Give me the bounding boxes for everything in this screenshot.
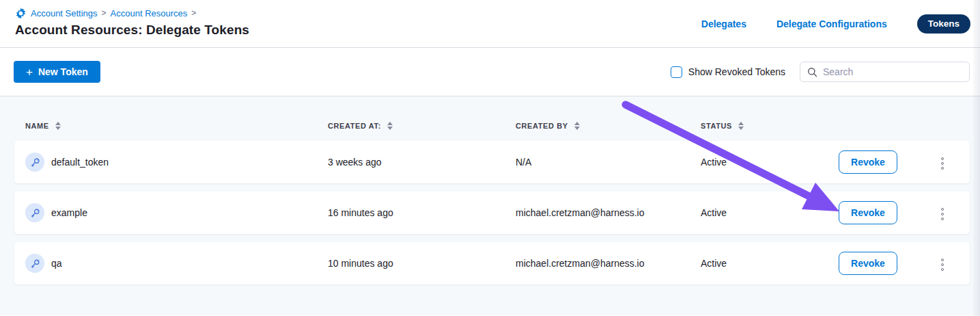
table-row[interactable]: example 16 minutes ago michael.cretzman@… (14, 192, 970, 234)
token-key-icon (25, 153, 44, 172)
table-row[interactable]: default_token 3 weeks ago N/A Active Rev… (14, 141, 970, 183)
nav-delegates[interactable]: Delegates (701, 18, 746, 29)
search-icon (807, 67, 817, 77)
token-created-at: 10 minutes ago (328, 258, 516, 269)
kebab-menu-icon[interactable] (937, 153, 948, 174)
tokens-table: NAME CREATED AT: CREATED BY STATUS (0, 96, 980, 315)
token-key-icon (25, 254, 44, 273)
token-rows: default_token 3 weeks ago N/A Active Rev… (14, 141, 980, 285)
revoke-button[interactable]: Revoke (839, 201, 897, 224)
sort-icon (55, 122, 61, 130)
show-revoked-checkbox[interactable] (671, 66, 682, 78)
toolbar-right: Show Revoked Tokens (671, 62, 970, 82)
search-box (800, 62, 970, 82)
show-revoked-group: Show Revoked Tokens (671, 66, 785, 78)
token-created-by: michael.cretzman@harness.io (516, 258, 701, 269)
sort-icon (387, 122, 393, 130)
kebab-menu-icon[interactable] (937, 204, 948, 224)
show-revoked-label: Show Revoked Tokens (688, 66, 785, 77)
plus-icon: + (26, 66, 33, 78)
gear-icon (15, 8, 27, 19)
toolbar: + New Token Show Revoked Tokens (0, 48, 980, 96)
column-header-status[interactable]: STATUS (701, 122, 839, 130)
breadcrumb-account-resources[interactable]: Account Resources (111, 8, 188, 18)
search-input[interactable] (823, 66, 962, 77)
token-created-at: 16 minutes ago (328, 207, 516, 218)
breadcrumb-separator: > (102, 8, 107, 18)
token-status: Active (701, 207, 839, 218)
column-header-created-at[interactable]: CREATED AT: (328, 122, 516, 130)
new-token-label: New Token (38, 66, 88, 77)
token-created-at: 3 weeks ago (328, 157, 516, 168)
column-header-name[interactable]: NAME (25, 122, 328, 130)
delegate-tokens-page: Account Settings > Account Resources > A… (0, 0, 980, 316)
token-status: Active (701, 258, 839, 269)
scrollbar[interactable] (973, 0, 980, 316)
sort-icon (738, 122, 744, 130)
token-status: Active (701, 157, 839, 168)
column-header-created-by[interactable]: CREATED BY (516, 122, 701, 130)
new-token-button[interactable]: + New Token (14, 61, 100, 83)
header-nav: Delegates Delegate Configurations Tokens (701, 14, 970, 34)
table-row[interactable]: qa 10 minutes ago michael.cretzman@harne… (14, 242, 970, 285)
token-name: qa (51, 258, 62, 269)
revoke-button[interactable]: Revoke (839, 150, 897, 174)
breadcrumb-separator: > (191, 8, 196, 18)
nav-delegate-configurations[interactable]: Delegate Configurations (776, 18, 887, 29)
table-header-row: NAME CREATED AT: CREATED BY STATUS (14, 114, 980, 138)
sort-icon (574, 122, 580, 130)
revoke-button[interactable]: Revoke (839, 252, 897, 275)
nav-tokens-active-tab[interactable]: Tokens (917, 14, 970, 34)
page-header: Account Settings > Account Resources > A… (0, 0, 980, 48)
token-created-by: N/A (516, 157, 701, 168)
breadcrumb-account-settings[interactable]: Account Settings (31, 8, 98, 18)
token-key-icon (25, 203, 44, 222)
token-created-by: michael.cretzman@harness.io (516, 207, 701, 218)
kebab-menu-icon[interactable] (937, 254, 948, 275)
token-name: default_token (51, 157, 109, 168)
token-name: example (51, 207, 87, 218)
